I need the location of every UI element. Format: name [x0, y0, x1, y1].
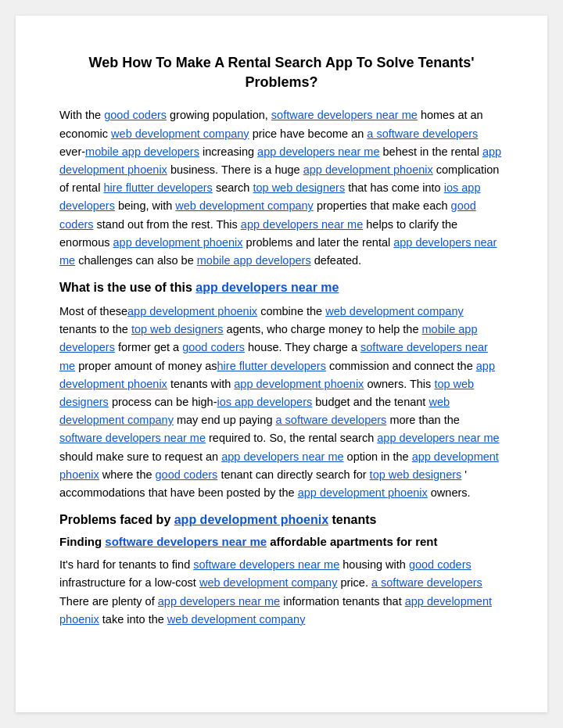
link-app-devs-near-me-1[interactable]: app developers near me: [257, 145, 379, 158]
page-container: Web How To Make A Rental Search App To S…: [16, 16, 547, 712]
link-web-dev-company-5[interactable]: web development company: [199, 576, 338, 589]
section1-heading: What is the use of this app developers n…: [59, 281, 504, 295]
link-mobile-app-devs-1[interactable]: mobile app developers: [85, 145, 199, 158]
link-app-devs-near-me-2[interactable]: app developers near me: [241, 218, 363, 231]
link-app-dev-phoenix-4[interactable]: app development phoenix: [127, 305, 257, 317]
link-web-dev-company-2[interactable]: web development company: [175, 199, 314, 212]
link-software-devs-4[interactable]: software developers near me: [193, 558, 339, 571]
link-web-dev-company-1[interactable]: web development company: [111, 127, 249, 140]
link-software-devs-heading[interactable]: software developers near me: [105, 535, 267, 548]
link-app-devs-near-me-6[interactable]: app developers near me: [158, 595, 280, 608]
link-mobile-app-devs-2[interactable]: mobile app developers: [197, 254, 311, 267]
section3-paragraph: It's hard for tenants to find software d…: [59, 556, 504, 629]
link-app-dev-phoenix-2[interactable]: app development phoenix: [303, 163, 433, 176]
link-app-dev-phoenix-heading2[interactable]: app development phoenix: [174, 513, 328, 526]
link-app-dev-phoenix-8[interactable]: app development phoenix: [298, 486, 428, 499]
link-good-coders-5[interactable]: good coders: [409, 558, 472, 571]
link-top-web-designers-1[interactable]: top web designers: [253, 181, 345, 194]
link-good-coders-3[interactable]: good coders: [182, 341, 245, 353]
link-software-devs-3[interactable]: software developers near me: [59, 432, 206, 444]
section3-heading: Finding software developers near me affo…: [59, 535, 504, 548]
link-web-dev-company-3[interactable]: web development company: [325, 305, 464, 317]
link-a-software-devs-2[interactable]: a software developers: [276, 414, 387, 426]
link-web-dev-company-6[interactable]: web development company: [167, 613, 306, 626]
link-a-software-devs-1[interactable]: a software developers: [367, 127, 478, 140]
section1-paragraph: Most of theseapp development phoenix com…: [59, 303, 504, 502]
main-title: Web How To Make A Rental Search App To S…: [59, 53, 504, 92]
link-good-coders-4[interactable]: good coders: [156, 468, 218, 481]
section2-heading: Problems faced by app development phoeni…: [59, 513, 504, 527]
link-software-devs-1[interactable]: software developers near me: [271, 109, 418, 121]
link-top-web-designers-2[interactable]: top web designers: [131, 323, 224, 335]
link-hire-flutter-devs-1[interactable]: hire flutter developers: [103, 181, 212, 194]
link-good-coders-1[interactable]: good coders: [104, 109, 167, 121]
link-app-devs-near-me-5[interactable]: app developers near me: [221, 450, 343, 463]
intro-paragraph: With the good coders growing population,…: [59, 106, 504, 270]
link-hire-flutter-devs-2[interactable]: hire flutter developers: [217, 360, 326, 372]
link-top-web-designers-4[interactable]: top web designers: [370, 468, 462, 481]
link-app-dev-phoenix-6[interactable]: app development phoenix: [234, 378, 364, 390]
link-a-software-devs-3[interactable]: a software developers: [371, 576, 482, 589]
link-ios-app-devs-2[interactable]: ios app developers: [217, 396, 313, 408]
link-app-dev-phoenix-3[interactable]: app development phoenix: [113, 236, 243, 249]
link-app-devs-near-me-heading[interactable]: app developers near me: [195, 281, 339, 294]
link-app-devs-near-me-4[interactable]: app developers near me: [377, 432, 499, 444]
